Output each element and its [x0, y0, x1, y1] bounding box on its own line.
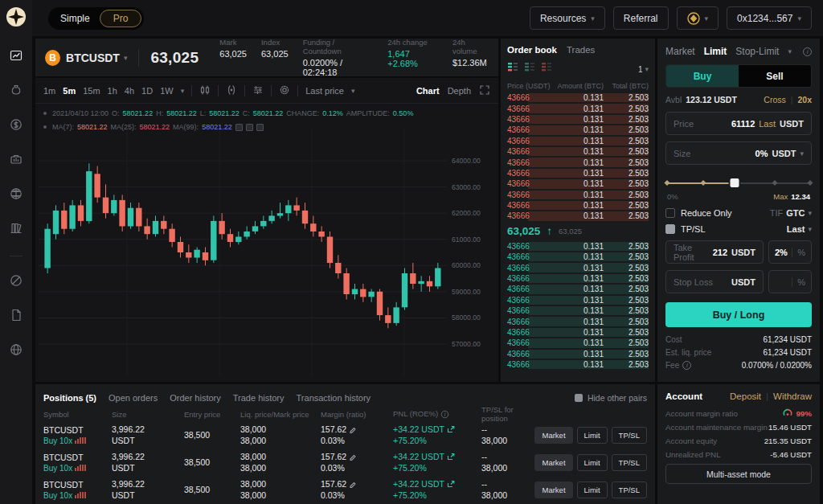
- timeframe-1w[interactable]: 1W: [160, 86, 174, 96]
- bid-row[interactable]: 436660.1312.503: [507, 295, 649, 305]
- token-menu-button[interactable]: ▾: [677, 6, 719, 30]
- bid-row[interactable]: 436660.1312.503: [507, 241, 649, 252]
- timeframe-1d[interactable]: 1D: [141, 86, 153, 96]
- slider-tick[interactable]: [772, 180, 777, 186]
- slider-tick[interactable]: [664, 180, 669, 186]
- chevron-down-icon[interactable]: ▾: [181, 87, 185, 95]
- resources-button[interactable]: Resources▾: [530, 6, 605, 30]
- fee-info-icon[interactable]: i: [682, 361, 691, 370]
- withdraw-button[interactable]: Withdraw: [773, 391, 812, 401]
- candlestick-chart[interactable]: 57000.0058000.0059000.0060000.0061000.00…: [39, 129, 495, 375]
- bid-row[interactable]: 436660.1312.503: [507, 273, 649, 284]
- leverage-button[interactable]: 20x: [797, 95, 812, 104]
- sell-tab[interactable]: Sell: [739, 65, 811, 87]
- tab-open-orders[interactable]: Open orders: [109, 393, 158, 403]
- book-layout-asks-icon[interactable]: [541, 62, 552, 76]
- ask-row[interactable]: 436660.1312.503: [507, 136, 649, 146]
- tab-order-history[interactable]: Order history: [170, 393, 221, 403]
- reduce-only-checkbox[interactable]: [665, 208, 675, 218]
- compare-icon[interactable]: [226, 84, 237, 97]
- info-icon[interactable]: i: [803, 47, 812, 56]
- docs-icon[interactable]: [9, 308, 23, 326]
- ask-row[interactable]: 436660.1312.503: [507, 211, 649, 221]
- bid-row[interactable]: 436660.1312.503: [507, 305, 649, 316]
- candle-style-icon[interactable]: [199, 84, 211, 97]
- slider-handle[interactable]: [730, 178, 739, 187]
- network-icon[interactable]: [9, 186, 23, 204]
- slider-tick[interactable]: [700, 180, 706, 186]
- bid-row[interactable]: 436660.1312.503: [507, 316, 649, 326]
- tab-positions[interactable]: Positions (5): [43, 393, 96, 403]
- bid-row[interactable]: 436660.1312.503: [507, 262, 649, 272]
- size-unit-dropdown[interactable]: USDT: [772, 149, 796, 158]
- close-limit-button[interactable]: Limit: [577, 481, 608, 498]
- stop-loss-percent-input[interactable]: %: [768, 270, 812, 293]
- ask-row[interactable]: 436660.1312.503: [507, 146, 649, 157]
- book-layout-both-icon[interactable]: [507, 62, 518, 76]
- share-icon[interactable]: [447, 453, 455, 461]
- portfolio-icon[interactable]: [9, 152, 23, 170]
- buy-long-button[interactable]: Buy / Long: [665, 302, 812, 327]
- fullscreen-icon[interactable]: [479, 84, 490, 97]
- timeframe-15m[interactable]: 15m: [83, 86, 100, 96]
- take-profit-percent-input[interactable]: 2%%: [768, 240, 812, 264]
- symbol-selector[interactable]: BTCUSDT: [66, 51, 120, 64]
- ask-row[interactable]: 436660.1312.503: [507, 157, 649, 167]
- tab-stop-limit[interactable]: Stop-Limit: [735, 46, 779, 57]
- tab-depth[interactable]: Depth: [448, 86, 471, 96]
- settings-gear-icon[interactable]: [279, 84, 290, 97]
- share-icon[interactable]: [447, 425, 455, 433]
- size-input[interactable]: Size 0%USDT▾: [665, 141, 812, 165]
- ask-row[interactable]: 436660.1312.503: [507, 92, 649, 103]
- referral-button[interactable]: Referral: [613, 6, 669, 30]
- earn-icon[interactable]: [9, 117, 23, 135]
- ask-row[interactable]: 436660.1312.503: [507, 114, 649, 125]
- timeframe-5m[interactable]: 5m: [63, 86, 76, 96]
- pnl-info-icon[interactable]: i: [441, 411, 448, 418]
- position-tpsl-button[interactable]: TP/SL: [612, 454, 647, 471]
- margin-mode-button[interactable]: Cross: [764, 95, 785, 104]
- tab-market[interactable]: Market: [665, 46, 695, 57]
- precision-dropdown[interactable]: 1▾: [638, 65, 649, 74]
- close-limit-button[interactable]: Limit: [577, 427, 608, 444]
- tpsl-checkbox[interactable]: [665, 224, 675, 234]
- tab-limit[interactable]: Limit: [704, 46, 727, 57]
- tab-order-book[interactable]: Order book: [507, 45, 557, 55]
- orders-icon[interactable]: [9, 221, 23, 239]
- close-limit-button[interactable]: Limit: [577, 454, 608, 471]
- mid-price-row[interactable]: 63,025 ↑ 63,025: [507, 223, 649, 240]
- buy-tab[interactable]: Buy: [666, 65, 739, 87]
- tif-dropdown[interactable]: GTC: [786, 208, 805, 218]
- tab-transaction-history[interactable]: Transaction history: [297, 393, 371, 403]
- size-slider[interactable]: [667, 178, 810, 189]
- wallet-address-button[interactable]: 0x1234...567▾: [727, 6, 812, 30]
- ask-row[interactable]: 436660.1312.503: [507, 125, 649, 135]
- take-profit-input[interactable]: Take Profit 212USDT: [665, 240, 764, 264]
- mode-pro-button[interactable]: Pro: [100, 10, 142, 27]
- indicators-icon[interactable]: [252, 84, 264, 97]
- bid-row[interactable]: 436660.1312.503: [507, 284, 649, 294]
- bid-row[interactable]: 436660.1312.503: [507, 338, 649, 348]
- edit-icon[interactable]: [349, 453, 357, 461]
- edit-icon[interactable]: [349, 425, 357, 433]
- app-logo-icon[interactable]: [6, 6, 27, 27]
- trading-chart-icon[interactable]: [9, 48, 23, 66]
- tab-chart[interactable]: Chart: [416, 86, 440, 96]
- price-type-dropdown[interactable]: Last price: [305, 86, 344, 96]
- close-market-button[interactable]: Market: [534, 427, 572, 444]
- close-market-button[interactable]: Market: [534, 454, 572, 471]
- ask-row[interactable]: 436660.1312.503: [507, 103, 649, 113]
- tab-trades[interactable]: Trades: [567, 45, 595, 55]
- ask-row[interactable]: 436660.1312.503: [507, 190, 649, 200]
- position-tpsl-button[interactable]: TP/SL: [612, 481, 647, 498]
- bid-row[interactable]: 436660.1312.503: [507, 327, 649, 338]
- multi-asset-mode-button[interactable]: Multi-asset mode: [665, 464, 812, 484]
- timeframe-4h[interactable]: 4h: [125, 86, 134, 96]
- tab-trade-history[interactable]: Trade history: [233, 393, 285, 403]
- timeframe-1m[interactable]: 1m: [43, 86, 55, 96]
- last-price-button[interactable]: Last: [759, 119, 776, 129]
- mode-simple-button[interactable]: Simple: [51, 10, 100, 27]
- language-icon[interactable]: [9, 342, 23, 360]
- share-icon[interactable]: [447, 480, 455, 488]
- price-input[interactable]: Price 61112LastUSDT: [665, 112, 812, 135]
